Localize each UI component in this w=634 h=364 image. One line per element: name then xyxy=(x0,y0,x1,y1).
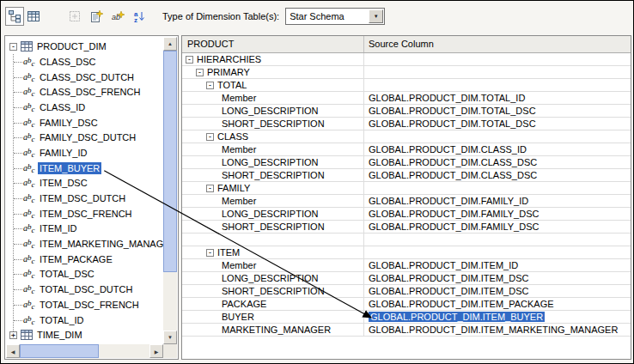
tree-node-product-dim[interactable]: - PRODUCT_DIM xyxy=(9,39,163,54)
tree-item-family_id[interactable]: abcFAMILY_ID xyxy=(9,145,163,161)
product-cell-text: Member xyxy=(222,93,256,103)
sort-icon[interactable]: a z xyxy=(130,7,149,26)
attribute-abc-icon: abc xyxy=(23,177,35,189)
collapse-toggle-icon[interactable]: - xyxy=(186,56,193,64)
table-row-marketing_manager[interactable]: MARKETING_MANAGERGLOBAL.PRODUCT_DIM.ITEM… xyxy=(182,324,631,337)
horizontal-scrollbar[interactable]: ◀ ▶ xyxy=(6,344,163,358)
tree-item-item_buyer[interactable]: abcITEM_BUYER xyxy=(9,161,163,176)
tree-item-total_id[interactable]: abcTOTAL_ID xyxy=(9,312,163,328)
dimension-table-icon xyxy=(21,330,33,340)
toolbar: ab a z Type of Dimension Table(s): Star … xyxy=(1,1,633,32)
tree-item-label: TOTAL_DSC_FRENCH xyxy=(38,299,141,311)
dimension-type-select[interactable]: Star Schema ▼ xyxy=(285,8,385,25)
table-row-family[interactable]: -FAMILY xyxy=(182,182,631,195)
table-row-short_description[interactable]: SHORT_DESCRIPTIONGLOBAL.PRODUCT_DIM.TOTA… xyxy=(182,118,631,130)
table-row-buyer[interactable]: BUYERGLOBAL.PRODUCT_DIM.ITEM_BUYER xyxy=(182,311,631,324)
tree-node-label: PRODUCT_DIM xyxy=(35,40,108,52)
scroll-left-icon[interactable]: ◀ xyxy=(6,344,20,358)
collapse-toggle-icon[interactable]: - xyxy=(196,69,204,76)
tree-item-label: CLASS_DSC_FRENCH xyxy=(38,86,142,98)
table-row-class[interactable]: -CLASS xyxy=(182,130,631,143)
product-cell-text: SHORT_DESCRIPTION xyxy=(222,170,325,180)
table-row-primary[interactable]: -PRIMARY xyxy=(182,66,631,79)
tree-item-label: FAMILY_DSC_DUTCH xyxy=(38,131,137,143)
table-row-total[interactable]: -TOTAL xyxy=(182,79,631,92)
tree-item-class_id[interactable]: abcCLASS_ID xyxy=(9,100,163,115)
table-row-member[interactable]: MemberGLOBAL.PRODUCT_DIM.ITEM_ID xyxy=(182,259,631,272)
tree-item-item_dsc_dutch[interactable]: abcITEM_DSC_DUTCH xyxy=(9,191,163,206)
tree-item-total_dsc_french[interactable]: abcTOTAL_DSC_FRENCH xyxy=(9,297,163,312)
horizontal-scroll-thumb[interactable] xyxy=(20,344,99,358)
source-cell-text: GLOBAL.PRODUCT_DIM.CLASS_DSC xyxy=(369,170,537,180)
table-row-long_description[interactable]: LONG_DESCRIPTIONGLOBAL.PRODUCT_DIM.FAMIL… xyxy=(182,208,631,221)
table-row-long_description[interactable]: LONG_DESCRIPTIONGLOBAL.PRODUCT_DIM.CLASS… xyxy=(182,156,631,169)
combo-dropdown-arrow-icon[interactable]: ▼ xyxy=(369,9,383,23)
expand-toggle-icon[interactable]: + xyxy=(9,331,17,339)
product-cell-text: TOTAL xyxy=(217,80,247,90)
attribute-abc-icon: abc xyxy=(23,56,35,68)
scroll-up-icon[interactable]: ▲ xyxy=(163,37,177,51)
scrollbar-corner xyxy=(163,344,177,358)
column-header-product: PRODUCT xyxy=(182,36,364,52)
tree-item-family_dsc_dutch[interactable]: abcFAMILY_DSC_DUTCH xyxy=(9,130,163,145)
tree-view-icon[interactable] xyxy=(5,7,24,26)
source-cell-text: GLOBAL.PRODUCT_DIM.CLASS_ID xyxy=(369,144,527,155)
expand-all-icon[interactable] xyxy=(65,7,84,26)
new-attribute-icon[interactable]: ab xyxy=(108,7,127,26)
table-row-short_description[interactable]: SHORT_DESCRIPTIONGLOBAL.PRODUCT_DIM.FAMI… xyxy=(182,221,631,234)
tree-item-total_dsc[interactable]: abcTOTAL_DSC xyxy=(9,267,163,282)
tree-item-class_dsc[interactable]: abcCLASS_DSC xyxy=(9,54,163,70)
source-cell-text: GLOBAL.PRODUCT_DIM.ITEM_PACKAGE xyxy=(369,299,554,309)
table-row-hierarchies[interactable]: -HIERARCHIES xyxy=(182,53,631,66)
vertical-scrollbar[interactable]: ▲ ▼ xyxy=(163,37,177,344)
tree-item-item_dsc[interactable]: abcITEM_DSC xyxy=(9,176,163,191)
tree-item-item_id[interactable]: abcITEM_ID xyxy=(9,221,163,237)
product-cell-text: SHORT_DESCRIPTION xyxy=(222,118,325,129)
grid-view-icon[interactable] xyxy=(24,7,43,26)
tree-item-class_dsc_dutch[interactable]: abcCLASS_DSC_DUTCH xyxy=(9,70,163,85)
collapse-toggle-icon[interactable]: - xyxy=(206,249,214,257)
dimension-type-label: Type of Dimension Table(s): xyxy=(162,11,279,21)
collapse-toggle-icon[interactable]: - xyxy=(9,43,17,51)
product-cell-text: LONG_DESCRIPTION xyxy=(222,273,318,283)
collapse-toggle-icon[interactable]: - xyxy=(206,185,214,192)
tree-item-label: ITEM_MARKETING_MANAGER xyxy=(38,238,163,250)
table-row-short_description[interactable]: SHORT_DESCRIPTIONGLOBAL.PRODUCT_DIM.CLAS… xyxy=(182,169,631,182)
tree-item-item_package[interactable]: abcITEM_PACKAGE xyxy=(9,252,163,267)
tree-item-total_dsc_dutch[interactable]: abcTOTAL_DSC_DUTCH xyxy=(9,282,163,297)
attribute-tree: - PRODUCT_DIM abcCLASS_DSCabcCLASS_DSC_D… xyxy=(6,37,163,344)
tree-node-time-dim[interactable]: + TIME_DIM xyxy=(9,327,163,343)
column-header-source: Source Column xyxy=(364,36,631,52)
collapse-toggle-icon[interactable]: - xyxy=(206,82,214,89)
tree-item-class_dsc_french[interactable]: abcCLASS_DSC_FRENCH xyxy=(9,84,163,100)
product-cell-text: SHORT_DESCRIPTION xyxy=(222,286,325,296)
new-level-icon[interactable] xyxy=(87,7,106,26)
table-row-long_description[interactable]: LONG_DESCRIPTIONGLOBAL.PRODUCT_DIM.TOTAL… xyxy=(182,105,631,118)
product-cell-text: MARKETING_MANAGER xyxy=(222,325,331,335)
svg-text:z: z xyxy=(134,16,137,23)
table-row-member[interactable]: MemberGLOBAL.PRODUCT_DIM.CLASS_ID xyxy=(182,143,631,156)
table-row-short_description[interactable]: SHORT_DESCRIPTIONGLOBAL.PRODUCT_DIM.ITEM… xyxy=(182,285,631,298)
table-row-package[interactable]: PACKAGEGLOBAL.PRODUCT_DIM.ITEM_PACKAGE xyxy=(182,298,631,311)
product-cell-text: LONG_DESCRIPTION xyxy=(222,106,318,116)
source-cell-text: GLOBAL.PRODUCT_DIM.TOTAL_ID xyxy=(369,93,525,103)
scroll-right-icon[interactable]: ▶ xyxy=(149,344,163,358)
table-row-long_description[interactable]: LONG_DESCRIPTIONGLOBAL.PRODUCT_DIM.ITEM_… xyxy=(182,272,631,285)
tree-item-item_marketing_manager[interactable]: abcITEM_MARKETING_MANAGER xyxy=(9,236,163,252)
collapse-toggle-icon[interactable]: - xyxy=(206,133,214,141)
attribute-abc-icon: abc xyxy=(23,268,35,280)
attribute-abc-icon: abc xyxy=(23,253,35,265)
tree-item-item_dsc_french[interactable]: abcITEM_DSC_FRENCH xyxy=(9,206,163,221)
table-row-member[interactable]: MemberGLOBAL.PRODUCT_DIM.FAMILY_ID xyxy=(182,195,631,208)
tree-item-label: CLASS_DSC xyxy=(38,56,97,68)
vertical-scroll-thumb[interactable] xyxy=(163,51,177,272)
product-cell-text: BUYER xyxy=(222,312,254,322)
tree-item-label: ITEM_DSC_DUTCH xyxy=(38,192,127,204)
scroll-down-icon[interactable]: ▼ xyxy=(163,331,177,344)
product-cell-text: PACKAGE xyxy=(222,299,266,309)
table-row-member[interactable]: MemberGLOBAL.PRODUCT_DIM.TOTAL_ID xyxy=(182,92,631,105)
product-cell-text: PRIMARY xyxy=(207,67,250,77)
table-row-item[interactable]: -ITEM xyxy=(182,246,631,259)
tree-item-family_dsc[interactable]: abcFAMILY_DSC xyxy=(9,115,163,130)
table-row-blank[interactable] xyxy=(182,234,631,246)
